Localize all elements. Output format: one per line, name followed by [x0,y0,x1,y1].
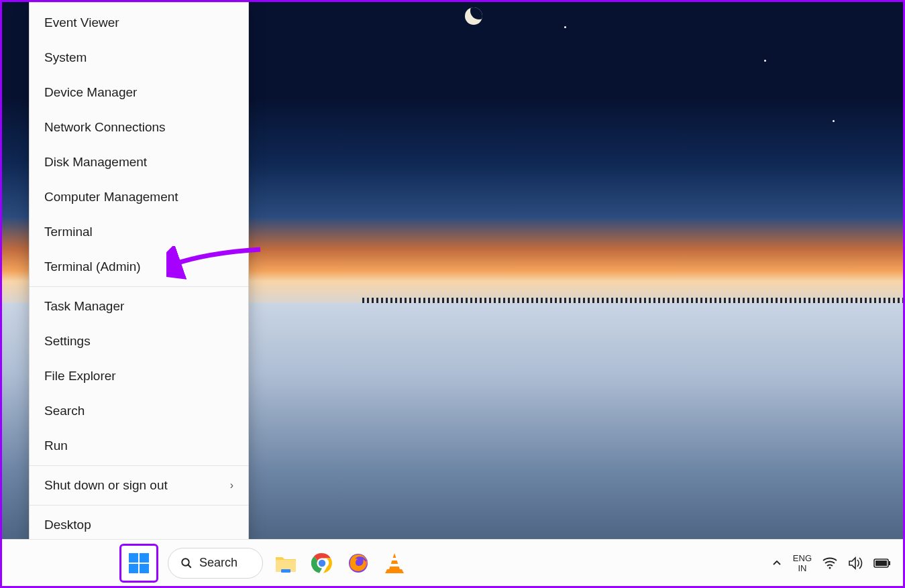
start-button[interactable] [119,544,158,583]
menu-item-shut-down-or-sign-out[interactable]: Shut down or sign out› [30,468,248,503]
menu-item-disk-management[interactable]: Disk Management [30,145,248,180]
language-indicator[interactable]: ENG IN [793,553,812,573]
menu-item-terminal-admin[interactable]: Terminal (Admin) [30,249,248,284]
search-label: Search [199,556,237,570]
svg-rect-13 [390,564,399,567]
menu-item-network-connections[interactable]: Network Connections [30,110,248,145]
menu-item-settings[interactable]: Settings [30,324,248,359]
menu-item-run[interactable]: Run [30,428,248,463]
menu-item-search[interactable]: Search [30,394,248,428]
taskbar-app-vlc[interactable] [381,550,408,577]
svg-rect-12 [391,558,398,561]
menu-item-computer-management[interactable]: Computer Management [30,180,248,215]
svg-rect-3 [140,564,149,573]
menu-item-label: Search [44,404,85,418]
menu-separator [30,505,248,506]
menu-item-label: Desktop [44,518,91,532]
menu-item-file-explorer[interactable]: File Explorer [30,359,248,394]
chevron-right-icon: › [230,479,233,491]
svg-rect-17 [889,561,890,565]
menu-item-device-manager[interactable]: Device Manager [30,75,248,110]
menu-separator [30,286,248,287]
menu-item-label: System [44,50,87,65]
menu-item-label: Network Connections [44,120,166,135]
svg-rect-0 [129,553,138,563]
battery-icon[interactable] [873,558,891,569]
menu-separator [30,465,248,466]
menu-item-label: Terminal [44,225,93,239]
system-tray: ENG IN [771,553,891,573]
menu-item-system[interactable]: System [30,40,248,75]
winx-power-menu: Event ViewerSystemDevice ManagerNetwork … [29,2,249,546]
menu-item-label: Event Viewer [44,15,119,30]
menu-item-task-manager[interactable]: Task Manager [30,289,248,324]
menu-item-desktop[interactable]: Desktop [30,508,248,542]
taskbar-search[interactable]: Search [168,548,263,579]
svg-rect-16 [875,561,887,566]
svg-point-4 [182,558,189,566]
svg-rect-2 [129,564,138,573]
svg-line-5 [188,565,191,568]
tray-overflow-icon[interactable] [771,558,782,569]
taskbar-app-firefox[interactable] [345,550,372,577]
taskbar: Search ENG IN [2,539,903,586]
windows-logo-icon [127,552,150,575]
menu-item-terminal[interactable]: Terminal [30,215,248,249]
volume-icon[interactable] [848,556,863,570]
menu-item-label: Settings [44,334,91,349]
menu-item-label: Computer Management [44,190,178,204]
search-icon [180,557,193,569]
menu-item-event-viewer[interactable]: Event Viewer [30,5,248,40]
taskbar-app-file-explorer[interactable] [272,550,299,577]
menu-item-label: Run [44,438,68,453]
wifi-icon[interactable] [822,557,837,569]
moon-icon [465,7,482,25]
svg-rect-7 [281,569,290,573]
menu-item-label: Disk Management [44,155,147,170]
menu-item-label: Shut down or sign out [44,478,168,493]
menu-item-label: Device Manager [44,85,137,100]
svg-point-14 [829,567,831,569]
taskbar-app-chrome[interactable] [309,550,335,577]
menu-item-label: Terminal (Admin) [44,259,141,274]
menu-item-label: File Explorer [44,369,116,384]
menu-item-label: Task Manager [44,299,124,314]
svg-rect-1 [140,553,149,563]
